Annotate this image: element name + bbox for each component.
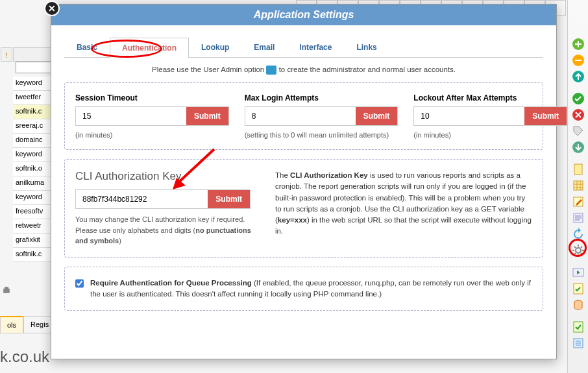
maxlogin-input[interactable]: [245, 107, 356, 125]
tag-icon[interactable]: [571, 124, 585, 138]
check-icon[interactable]: [571, 91, 585, 106]
cli-title: CLI Authorization Key: [75, 170, 257, 183]
bg-exclaim: !: [1, 47, 12, 62]
tab-email[interactable]: Email: [241, 37, 287, 57]
session-hint: (in minutes): [75, 131, 229, 139]
add-icon[interactable]: [571, 37, 585, 51]
bg-col-header: [13, 47, 53, 62]
upload-icon[interactable]: [571, 69, 585, 84]
maxlogin-label: Max Login Attempts: [245, 93, 398, 102]
svg-rect-6: [574, 164, 582, 174]
queue-auth-checkbox[interactable]: [75, 279, 84, 288]
lockout-label: Lockout After Max Attempts: [413, 93, 567, 102]
edit-icon[interactable]: [571, 195, 585, 209]
queue-auth-label: Require Authentication for Queue Process…: [90, 278, 532, 300]
note-check-icon[interactable]: [571, 282, 585, 296]
right-sidebar: [567, 0, 588, 373]
modal-title: Application Settings: [51, 5, 556, 25]
svg-point-10: [576, 248, 581, 253]
play-icon[interactable]: [571, 265, 585, 280]
session-timeout-input[interactable]: [76, 107, 186, 125]
session-timeout-label: Session Timeout: [75, 93, 229, 102]
cli-key-input[interactable]: [76, 190, 208, 208]
admin-note: Please use the User Admin option to crea…: [64, 66, 543, 75]
bg-action-icons[interactable]: [2, 285, 20, 297]
list-icon[interactable]: [571, 336, 585, 350]
tab-links[interactable]: Links: [344, 37, 389, 57]
remove-icon[interactable]: [571, 53, 585, 67]
bg-domain-list: keyword tweetfer softnik.c sreeraj.c dom…: [13, 77, 53, 262]
session-submit-button[interactable]: Submit: [186, 107, 228, 125]
close-button[interactable]: ✕: [44, 1, 60, 16]
lockout-input[interactable]: [414, 107, 524, 125]
cli-description: The CLI Authorization Key is used to run…: [275, 170, 532, 247]
bg-filter-input[interactable]: [16, 62, 52, 73]
timeout-panel: Session Timeout Submit (in minutes) Max …: [64, 82, 543, 150]
user-admin-icon[interactable]: [266, 66, 276, 75]
tab-basic[interactable]: Basic: [64, 37, 110, 57]
settings-tabs: Basic Authentication Lookup Email Interf…: [64, 37, 543, 58]
db-refresh-icon[interactable]: [571, 298, 585, 312]
tab-lookup[interactable]: Lookup: [189, 37, 241, 57]
lockout-hint: (in minutes): [413, 131, 567, 139]
lockout-submit-button[interactable]: Submit: [524, 107, 567, 125]
footer-tab-active[interactable]: ols: [0, 316, 23, 333]
queue-panel: Require Authentication for Queue Process…: [64, 267, 543, 311]
cli-hint: You may change the CLI authorization key…: [75, 214, 257, 247]
download-icon[interactable]: [571, 140, 585, 154]
doc-icon[interactable]: [571, 162, 585, 176]
grid-icon[interactable]: [571, 178, 585, 193]
settings-modal: ✕ Application Settings Basic Authenticat…: [51, 4, 557, 359]
bg-large-domain: k.co.uk: [0, 348, 49, 366]
form-icon[interactable]: [571, 211, 585, 225]
svg-rect-14: [574, 322, 583, 332]
gear-icon[interactable]: [571, 243, 585, 258]
maxlogin-submit-button[interactable]: Submit: [356, 107, 398, 125]
approve-icon[interactable]: [571, 320, 585, 334]
tab-authentication[interactable]: Authentication: [110, 38, 189, 58]
tab-interface[interactable]: Interface: [287, 37, 344, 57]
svg-rect-7: [574, 181, 583, 190]
footer-tabs: ols Regis: [0, 316, 56, 333]
maxlogin-hint: (setting this to 0 will mean unlimited a…: [245, 131, 398, 139]
cancel-icon[interactable]: [571, 108, 585, 122]
cli-submit-button[interactable]: Submit: [208, 190, 250, 208]
cli-panel: CLI Authorization Key Submit You may cha…: [64, 159, 543, 258]
refresh-icon[interactable]: [571, 227, 585, 241]
